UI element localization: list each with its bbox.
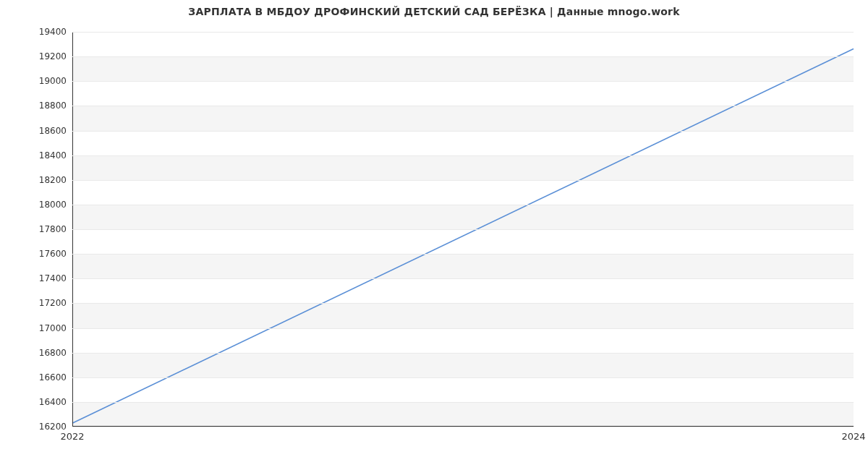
y-gridline bbox=[72, 377, 854, 378]
y-gridline bbox=[72, 353, 854, 354]
y-tick-label: 19000 bbox=[39, 76, 72, 86]
x-tick-label: 2024 bbox=[841, 427, 865, 442]
y-tick-label: 18000 bbox=[39, 200, 72, 210]
y-tick-label: 18600 bbox=[39, 126, 72, 136]
y-gridline bbox=[72, 328, 854, 329]
salary-line-chart: ЗАРПЛАТА В МБДОУ ДРОФИНСКИЙ ДЕТСКИЙ САД … bbox=[0, 0, 868, 470]
y-gridline bbox=[72, 229, 854, 230]
y-tick-label: 17200 bbox=[39, 298, 72, 308]
y-gridline bbox=[72, 180, 854, 181]
y-gridline bbox=[72, 205, 854, 205]
y-tick-label: 17400 bbox=[39, 273, 72, 283]
y-gridline bbox=[72, 427, 854, 427]
y-gridline bbox=[72, 278, 854, 279]
y-gridline bbox=[72, 81, 854, 82]
chart-title: ЗАРПЛАТА В МБДОУ ДРОФИНСКИЙ ДЕТСКИЙ САД … bbox=[0, 6, 868, 17]
y-gridline bbox=[72, 303, 854, 304]
y-gridline bbox=[72, 131, 854, 132]
y-gridline bbox=[72, 32, 854, 33]
y-gridline bbox=[72, 254, 854, 255]
y-tick-label: 18400 bbox=[39, 150, 72, 161]
y-tick-label: 18800 bbox=[39, 101, 72, 111]
y-gridline bbox=[72, 56, 854, 57]
series-line bbox=[72, 49, 854, 424]
y-tick-label: 17600 bbox=[39, 249, 72, 259]
y-gridline bbox=[72, 155, 854, 156]
y-tick-label: 19200 bbox=[39, 51, 72, 61]
y-tick-label: 19400 bbox=[39, 27, 72, 37]
y-tick-label: 16400 bbox=[39, 397, 72, 407]
plot-area: 1620016400166001680017000172001740017600… bbox=[72, 32, 854, 427]
y-tick-label: 17000 bbox=[39, 323, 72, 333]
y-gridline bbox=[72, 106, 854, 106]
x-tick-label: 2022 bbox=[60, 427, 84, 442]
y-tick-label: 16800 bbox=[39, 348, 72, 358]
y-tick-label: 16600 bbox=[39, 372, 72, 383]
y-tick-label: 17800 bbox=[39, 224, 72, 234]
y-tick-label: 18200 bbox=[39, 175, 72, 185]
y-gridline bbox=[72, 402, 854, 403]
